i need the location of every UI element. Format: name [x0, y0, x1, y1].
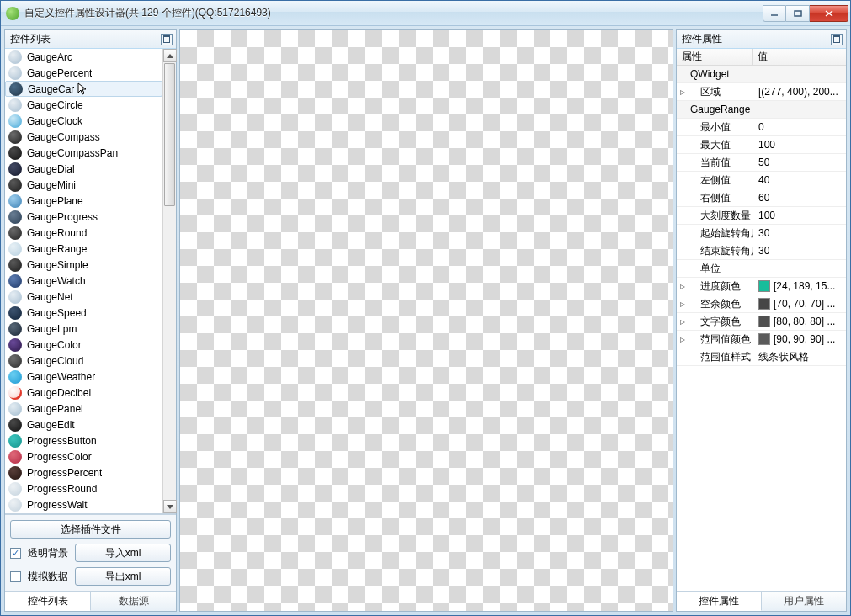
- select-plugin-button[interactable]: 选择插件文件: [10, 520, 171, 539]
- gauge-icon: [8, 482, 22, 496]
- list-item[interactable]: ProgressRound: [5, 481, 162, 497]
- gauge-icon: [8, 370, 22, 384]
- property-list[interactable]: QWidget▹区域[(277, 400), 200...GaugeRange最…: [677, 66, 846, 591]
- dock-toggle-icon[interactable]: [161, 34, 173, 45]
- property-row[interactable]: 单位: [677, 260, 846, 278]
- list-item[interactable]: GaugeColor: [5, 337, 162, 353]
- property-row[interactable]: 当前值50: [677, 154, 846, 172]
- gauge-icon: [8, 322, 22, 336]
- design-canvas[interactable]: [179, 29, 673, 612]
- property-row[interactable]: ▹进度颜色[24, 189, 15...: [677, 278, 846, 295]
- property-value[interactable]: 50: [753, 157, 846, 168]
- list-item[interactable]: GaugeNet: [5, 289, 162, 305]
- property-value[interactable]: 60: [753, 192, 846, 204]
- list-item[interactable]: GaugeCloud: [5, 353, 162, 369]
- list-item[interactable]: GaugeWeather: [5, 369, 162, 385]
- list-item[interactable]: GaugeRound: [5, 225, 162, 241]
- property-row[interactable]: ▹范围值颜色[90, 90, 90] ...: [677, 331, 846, 348]
- property-value[interactable]: [24, 189, 15...: [753, 280, 846, 292]
- export-xml-button[interactable]: 导出xml: [75, 567, 171, 586]
- property-col-value[interactable]: 值: [753, 49, 846, 65]
- maximize-button[interactable]: [786, 5, 810, 22]
- property-value[interactable]: [(277, 400), 200...: [753, 86, 846, 98]
- property-col-name[interactable]: 属性: [677, 49, 753, 65]
- property-value[interactable]: 0: [753, 121, 846, 133]
- list-item[interactable]: GaugeProgress: [5, 209, 162, 225]
- property-value[interactable]: 30: [753, 227, 846, 239]
- list-item[interactable]: GaugeCircle: [5, 97, 162, 113]
- property-value[interactable]: [70, 70, 70] ...: [753, 298, 846, 310]
- list-item[interactable]: GaugeCar: [5, 81, 162, 97]
- vertical-scrollbar[interactable]: [162, 49, 176, 513]
- simulate-data-checkbox[interactable]: [10, 571, 21, 582]
- twisty-icon[interactable]: ▹: [677, 86, 689, 98]
- property-value-text: [24, 189, 15...: [774, 280, 835, 292]
- list-item[interactable]: ProgressPercent: [5, 465, 162, 481]
- property-value-text: 30: [758, 227, 769, 239]
- scroll-thumb[interactable]: [164, 63, 175, 206]
- dock-toggle-icon[interactable]: [831, 34, 843, 45]
- list-item[interactable]: GaugePercent: [5, 65, 162, 81]
- property-group[interactable]: GaugeRange: [677, 101, 846, 119]
- property-row[interactable]: 大刻度数量100: [677, 207, 846, 225]
- import-xml-button[interactable]: 导入xml: [75, 544, 171, 562]
- list-item[interactable]: GaugeDial: [5, 161, 162, 177]
- list-item[interactable]: GaugeCompassPan: [5, 145, 162, 161]
- twisty-icon[interactable]: ▹: [677, 316, 689, 327]
- tab-user-props[interactable]: 用户属性: [762, 592, 846, 611]
- minimize-button[interactable]: [763, 5, 786, 22]
- gauge-icon: [8, 98, 22, 112]
- gauge-icon: [8, 114, 22, 128]
- property-value[interactable]: 100: [753, 210, 846, 221]
- property-row[interactable]: 右侧值60: [677, 189, 846, 207]
- list-item[interactable]: ProgressColor: [5, 449, 162, 465]
- property-row[interactable]: ▹区域[(277, 400), 200...: [677, 83, 846, 101]
- transparent-bg-checkbox[interactable]: [10, 548, 21, 559]
- list-item[interactable]: GaugeLpm: [5, 321, 162, 337]
- titlebar[interactable]: 自定义控件属性设计器(共 129 个控件)(QQ:517216493): [1, 1, 850, 26]
- property-value[interactable]: 40: [753, 174, 846, 186]
- property-row[interactable]: 结束旋转角度30: [677, 242, 846, 260]
- property-value[interactable]: [80, 80, 80] ...: [753, 316, 846, 327]
- property-row[interactable]: 范围值样式线条状风格: [677, 348, 846, 366]
- property-row[interactable]: ▹文字颜色[80, 80, 80] ...: [677, 313, 846, 331]
- twisty-icon[interactable]: ▹: [677, 298, 689, 310]
- twisty-icon[interactable]: ▹: [677, 280, 689, 292]
- scroll-down-button[interactable]: [163, 500, 177, 513]
- list-item[interactable]: GaugeEdit: [5, 417, 162, 433]
- property-value[interactable]: 30: [753, 245, 846, 257]
- list-item[interactable]: ProgressButton: [5, 433, 162, 449]
- property-name: 空余颜色: [699, 297, 753, 311]
- list-item[interactable]: GaugeSimple: [5, 257, 162, 273]
- tab-control-list[interactable]: 控件列表: [5, 592, 91, 611]
- list-item[interactable]: GaugeDecibel: [5, 385, 162, 401]
- property-panel-header[interactable]: 控件属性: [677, 30, 846, 49]
- list-item[interactable]: ProgressWait: [5, 497, 162, 512]
- tab-data-source[interactable]: 数据源: [91, 592, 176, 611]
- list-item[interactable]: GaugeWatch: [5, 273, 162, 289]
- list-item[interactable]: GaugeArc: [5, 49, 162, 65]
- property-value[interactable]: 线条状风格: [753, 350, 846, 364]
- list-item[interactable]: GaugePlane: [5, 193, 162, 209]
- list-item[interactable]: GaugeRange: [5, 241, 162, 257]
- list-item[interactable]: GaugeCompass: [5, 129, 162, 145]
- list-item[interactable]: GaugeMini: [5, 177, 162, 193]
- control-list-header[interactable]: 控件列表: [5, 30, 176, 49]
- property-row[interactable]: 最大值100: [677, 136, 846, 154]
- property-value[interactable]: [90, 90, 90] ...: [753, 333, 846, 345]
- property-row[interactable]: ▹空余颜色[70, 70, 70] ...: [677, 295, 846, 313]
- control-list[interactable]: GaugeArcGaugePercentGaugeCarGaugeCircleG…: [5, 49, 162, 513]
- property-row[interactable]: 起始旋转角度30: [677, 225, 846, 242]
- list-item[interactable]: GaugePanel: [5, 401, 162, 417]
- property-row[interactable]: 最小值0: [677, 119, 846, 136]
- close-button[interactable]: [810, 5, 848, 22]
- property-value[interactable]: 100: [753, 139, 846, 151]
- twisty-icon[interactable]: ▹: [677, 333, 689, 345]
- property-row[interactable]: 左侧值40: [677, 172, 846, 189]
- property-group[interactable]: QWidget: [677, 66, 846, 83]
- list-item[interactable]: GaugeClock: [5, 113, 162, 129]
- scroll-up-button[interactable]: [163, 49, 177, 62]
- list-item[interactable]: GaugeSpeed: [5, 305, 162, 321]
- property-value-text: 60: [758, 192, 769, 204]
- tab-control-props[interactable]: 控件属性: [677, 592, 762, 611]
